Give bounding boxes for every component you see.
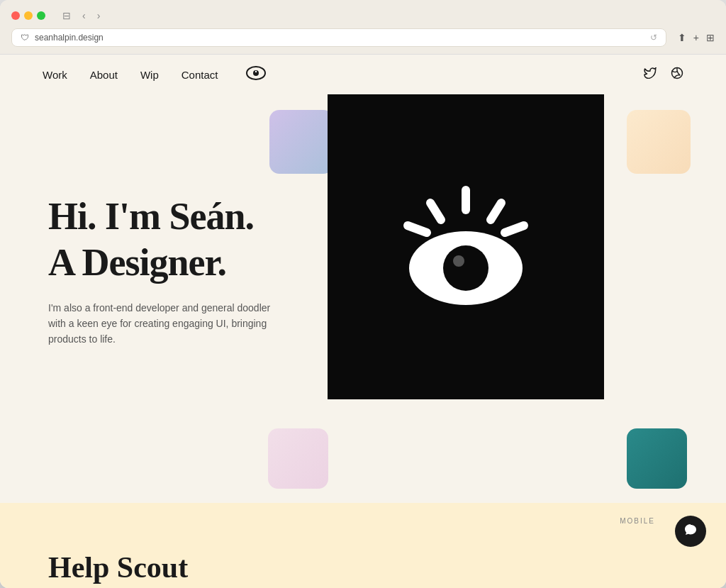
browser-titlebar: ⊟ ‹ › [0,0,726,28]
svg-point-10 [443,245,488,291]
purple-deco-square [269,110,333,174]
sidebar-toggle-button[interactable]: ⊟ [60,9,74,23]
close-button[interactable] [11,11,20,20]
hero-eye-icon [388,169,544,325]
project-title: Help Scout [48,553,188,582]
nav-work[interactable]: Work [43,69,67,81]
svg-point-2 [255,71,257,72]
nav-contact[interactable]: Contact [182,69,218,81]
teal-deco-square [627,428,687,489]
back-button[interactable]: ‹ [79,9,89,23]
browser-chrome: ⊟ ‹ › 🛡 seanhalpin.design ↺ ⬆ + ⊞ [0,0,726,55]
hero-subtext: I'm also a front-end developer and gener… [48,300,289,348]
hero-image [328,94,604,399]
browser-window: ⊟ ‹ › 🛡 seanhalpin.design ↺ ⬆ + ⊞ Work A… [0,0,726,588]
site-content: Hi. I'm Seán. A Designer. I'm also a fro… [0,94,726,588]
svg-line-7 [408,226,427,233]
traffic-lights [11,11,45,20]
hero-heading-line1: Hi. I'm Seán. [48,195,254,238]
nav-about[interactable]: About [90,69,118,81]
shield-icon: 🛡 [21,33,29,43]
chat-fab-button[interactable] [675,516,706,547]
peach-deco-square [627,110,691,174]
hero-heading-line2: A Designer. [48,241,226,284]
svg-line-8 [505,226,524,233]
svg-line-6 [491,203,501,220]
forward-button[interactable]: › [94,9,104,23]
chat-icon [683,523,698,540]
address-bar[interactable]: 🛡 seanhalpin.design ↺ [11,28,666,47]
share-icon[interactable]: ⬆ [678,32,686,43]
nav-left: Work About Wip Contact [43,66,266,83]
minimize-button[interactable] [24,11,33,20]
hero-heading: Hi. I'm Seán. A Designer. [48,194,289,286]
twitter-icon[interactable] [644,67,657,82]
maximize-button[interactable] [37,11,45,20]
reload-icon: ↺ [650,33,657,43]
bottom-section: MOBILE Help Scout [0,503,726,588]
url-text: seanhalpin.design [35,33,104,43]
svg-point-11 [453,255,464,267]
nav-wip[interactable]: Wip [140,69,159,81]
mobile-label: MOBILE [620,517,655,525]
browser-addressbar-row: 🛡 seanhalpin.design ↺ ⬆ + ⊞ [0,28,726,54]
tab-grid-icon[interactable]: ⊞ [706,32,715,43]
dribbble-icon[interactable] [671,67,683,82]
eye-nav-icon[interactable] [246,66,266,83]
browser-controls: ⊟ ‹ › [60,9,103,23]
browser-toolbar-right: ⬆ + ⊞ [678,32,715,43]
nav-right [644,67,683,82]
new-tab-icon[interactable]: + [693,32,699,43]
hero-text: Hi. I'm Seán. A Designer. I'm also a fro… [48,194,289,348]
svg-line-5 [430,203,441,220]
site-nav: Work About Wip Contact [0,55,726,94]
pink-deco-square [268,428,328,489]
